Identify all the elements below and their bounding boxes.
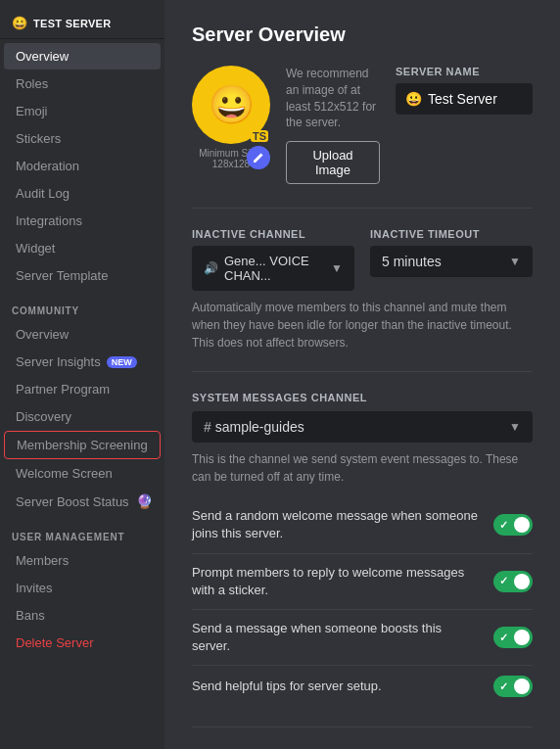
divider-1 (192, 208, 533, 209)
overview-middle: We recommend an image of at least 512x51… (286, 66, 380, 184)
user-management-header: USER MANAGEMENT (0, 516, 164, 546)
notification-section: DEFAULT NOTIFICATION SETTINGS This will … (192, 726, 533, 749)
toggle-list: Send a random welcome message when someo… (192, 497, 533, 707)
toggle-check-icon: ✓ (499, 680, 508, 693)
system-channel-helper: This is the channel we send system event… (192, 450, 533, 486)
sidebar-item-invites[interactable]: Invites (4, 575, 161, 601)
toggle-switch-sticker-reply[interactable]: ✓ (493, 571, 533, 592)
server-icon: 😀 TS (192, 66, 270, 144)
community-nav-section: OverviewServer InsightsNEWPartner Progra… (0, 321, 164, 487)
inactive-helper-text: Automatically move members to this chann… (192, 299, 533, 351)
sidebar-item-server-insights[interactable]: Server InsightsNEW (4, 349, 161, 375)
toggle-label-boost-msg: Send a message when someone boosts this … (192, 620, 493, 655)
server-name-section: SERVER NAME 😀 Test Server (396, 66, 533, 115)
server-insights-badge: NEW (107, 356, 137, 368)
toggle-item-boost-msg: Send a message when someone boosts this … (192, 610, 533, 666)
sidebar-item-server-template[interactable]: Server Template (4, 262, 161, 289)
sidebar-item-integrations[interactable]: Integrations (4, 208, 161, 234)
inactive-channel-select[interactable]: 🔊 Gene... VOICE CHAN... ▼ (192, 246, 354, 291)
sidebar-item-members[interactable]: Members (4, 547, 161, 574)
sidebar: 😀 TEST SERVER OverviewRolesEmojiStickers… (0, 0, 164, 749)
server-insights-label: Server Insights (16, 354, 101, 369)
inactive-timeout-label: INACTIVE TIMEOUT (370, 228, 533, 240)
toggle-check-icon: ✓ (499, 575, 508, 587)
server-icon-container: 😀 TS Minimum Size: 128x128 (192, 66, 270, 169)
toggle-knob (514, 630, 530, 645)
system-channel-value-row: # sample-guides (204, 419, 304, 435)
volume-icon: 🔊 (204, 261, 218, 275)
sidebar-item-community-overview[interactable]: Overview (4, 321, 161, 348)
toggle-knob (514, 517, 530, 533)
toggle-label-welcome-msg: Send a random welcome message when someo… (192, 507, 493, 542)
user-nav-section: MembersInvitesBans (0, 547, 164, 629)
inactive-channel-chevron: ▼ (331, 261, 343, 275)
sidebar-item-stickers[interactable]: Stickers (4, 125, 161, 152)
top-nav-section: OverviewRolesEmojiStickersModerationAudi… (0, 43, 164, 289)
server-name-input-value: Test Server (428, 91, 497, 107)
sidebar-item-moderation[interactable]: Moderation (4, 153, 161, 179)
inactive-channel-group: INACTIVE CHANNEL 🔊 Gene... VOICE CHAN...… (192, 228, 354, 291)
inactive-channel-text: Gene... VOICE CHAN... (224, 254, 331, 283)
toggle-label-sticker-reply: Prompt members to reply to welcome messa… (192, 564, 493, 599)
recommend-text: We recommend an image of at least 512x51… (286, 66, 380, 131)
sidebar-item-widget[interactable]: Widget (4, 235, 161, 261)
server-icon-emoji: 😀 (209, 83, 255, 126)
sidebar-item-partner-program[interactable]: Partner Program (4, 376, 161, 402)
inactive-channel-label: INACTIVE CHANNEL (192, 228, 354, 240)
toggle-item-helpful-tips: Send helpful tips for server setup.✓ (192, 666, 533, 707)
toggle-check-icon: ✓ (499, 632, 508, 644)
main-content: Server Overview 😀 TS Minimum Size: 128x1… (164, 0, 560, 749)
server-boost-label: Server Boost Status (16, 494, 129, 509)
sidebar-item-overview[interactable]: Overview (4, 43, 161, 70)
sidebar-item-audit-log[interactable]: Audit Log (4, 180, 161, 207)
hash-icon: # (204, 419, 211, 435)
sidebar-item-welcome-screen[interactable]: Welcome Screen (4, 460, 161, 487)
sidebar-item-roles[interactable]: Roles (4, 70, 161, 97)
divider-3 (192, 726, 533, 727)
server-name-field-label: SERVER NAME (396, 66, 533, 77)
inactive-timeout-value: 5 minutes (382, 254, 442, 269)
server-name-input-emoji: 😀 (405, 91, 422, 107)
inactive-timeout-chevron: ▼ (509, 255, 521, 268)
inactive-channel-value: 🔊 Gene... VOICE CHAN... (204, 254, 331, 283)
server-name-label: TEST SERVER (33, 18, 112, 29)
toggle-label-helpful-tips: Send helpful tips for server setup. (192, 678, 493, 695)
server-boost-item[interactable]: Server Boost Status 🔮 (4, 488, 161, 515)
overview-top-section: 😀 TS Minimum Size: 128x128 We recommend … (192, 66, 533, 184)
inactive-row: INACTIVE CHANNEL 🔊 Gene... VOICE CHAN...… (192, 228, 533, 291)
server-emoji-icon: 😀 (12, 16, 27, 30)
system-channel-select[interactable]: # sample-guides ▼ (192, 411, 533, 443)
inactive-timeout-group: INACTIVE TIMEOUT 5 minutes ▼ (370, 228, 533, 291)
server-icon-letters: TS (251, 130, 268, 142)
toggle-knob (514, 679, 530, 694)
community-section-header: COMMUNITY (0, 290, 164, 320)
inactive-timeout-select[interactable]: 5 minutes ▼ (370, 246, 533, 277)
sidebar-item-discovery[interactable]: Discovery (4, 403, 161, 430)
delete-server-item[interactable]: Delete Server (4, 630, 161, 656)
toggle-switch-boost-msg[interactable]: ✓ (493, 627, 533, 648)
server-name-input[interactable]: 😀 Test Server (396, 83, 533, 115)
upload-image-button[interactable]: Upload Image (286, 141, 380, 184)
system-messages-label: SYSTEM MESSAGES CHANNEL (192, 392, 533, 403)
system-channel-chevron: ▼ (509, 420, 521, 434)
toggle-item-sticker-reply: Prompt members to reply to welcome messa… (192, 554, 533, 610)
sidebar-item-emoji[interactable]: Emoji (4, 98, 161, 124)
toggle-check-icon: ✓ (499, 519, 508, 532)
sidebar-item-membership-screening[interactable]: Membership Screening (4, 431, 161, 459)
boost-icon: 🔮 (136, 493, 153, 509)
toggle-item-welcome-msg: Send a random welcome message when someo… (192, 497, 533, 553)
edit-icon-button[interactable] (247, 146, 270, 169)
sidebar-item-bans[interactable]: Bans (4, 602, 161, 629)
divider-2 (192, 371, 533, 372)
system-channel-text: sample-guides (215, 419, 304, 435)
server-insights-label-wrapper: Server InsightsNEW (16, 354, 153, 369)
toggle-knob (514, 574, 530, 589)
toggle-switch-helpful-tips[interactable]: ✓ (493, 676, 533, 697)
page-title: Server Overview (192, 23, 533, 46)
server-header[interactable]: 😀 TEST SERVER (0, 8, 164, 39)
toggle-switch-welcome-msg[interactable]: ✓ (493, 514, 533, 536)
